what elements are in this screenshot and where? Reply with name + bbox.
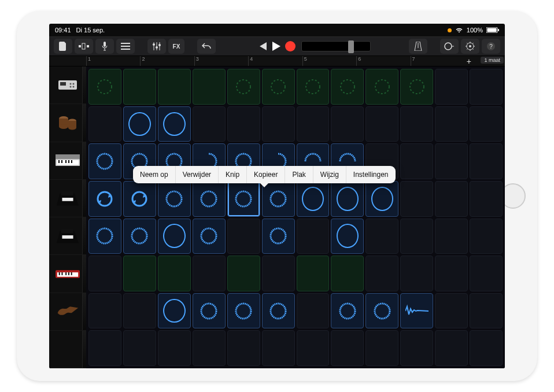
loop-cell-r7-c9[interactable] bbox=[400, 330, 433, 366]
loop-cell-r6-c9[interactable] bbox=[400, 293, 433, 329]
loop-cell-r4-c7[interactable] bbox=[331, 219, 364, 254]
loop-cell-r7-c2[interactable] bbox=[158, 330, 191, 366]
loop-cell-r5-c9[interactable] bbox=[400, 256, 433, 291]
loop-cell-r0-c10[interactable] bbox=[435, 69, 468, 105]
loop-cell-r4-c0[interactable] bbox=[88, 219, 121, 254]
loop-cell-r5-c6[interactable] bbox=[297, 256, 330, 291]
menu-item-neem-op[interactable]: Neem op bbox=[133, 166, 176, 183]
timeline-ruler[interactable]: + 1 maat 1234567 bbox=[49, 56, 505, 66]
loop-cell-r3-c8[interactable] bbox=[365, 181, 398, 217]
loop-cell-r7-c3[interactable] bbox=[193, 330, 226, 366]
loop-cell-r0-c4[interactable] bbox=[227, 69, 260, 105]
loop-cell-r6-c8[interactable] bbox=[365, 293, 398, 329]
add-column-button[interactable]: + bbox=[467, 57, 471, 66]
loop-cell-r5-c1[interactable] bbox=[123, 256, 156, 291]
menu-item-instellingen[interactable]: Instellingen bbox=[346, 166, 396, 183]
loop-cell-r7-c0[interactable] bbox=[88, 330, 121, 366]
loop-cell-r4-c5[interactable] bbox=[262, 219, 295, 254]
settings-button[interactable] bbox=[461, 39, 479, 54]
loop-cell-r7-c7[interactable] bbox=[331, 330, 364, 366]
loop-cell-r4-c10[interactable] bbox=[435, 219, 468, 254]
loop-cell-r3-c0[interactable] bbox=[88, 181, 121, 217]
loop-cell-r7-c8[interactable] bbox=[365, 330, 398, 366]
help-button[interactable]: ? bbox=[482, 39, 500, 54]
loop-cell-r1-c6[interactable] bbox=[297, 106, 330, 142]
browser-button[interactable] bbox=[75, 39, 93, 54]
loop-cell-r7-c4[interactable] bbox=[227, 330, 260, 366]
record-button[interactable] bbox=[285, 41, 296, 51]
loop-cell-r5-c4[interactable] bbox=[227, 256, 260, 291]
loop-cell-r6-c2[interactable] bbox=[158, 293, 191, 329]
menu-item-verwijder[interactable]: Verwijder bbox=[176, 166, 219, 183]
loop-cell-r6-c5[interactable] bbox=[262, 293, 295, 329]
loop-cell-r0-c11[interactable] bbox=[470, 69, 503, 105]
loop-cell-r6-c7[interactable] bbox=[331, 293, 364, 329]
loop-cell-r7-c1[interactable] bbox=[123, 330, 156, 366]
loop-cell-r6-c11[interactable] bbox=[470, 293, 503, 329]
loop-cell-r6-c10[interactable] bbox=[435, 293, 468, 329]
master-volume-slider[interactable] bbox=[301, 41, 371, 51]
zoom-button[interactable]: 1 maat bbox=[481, 57, 504, 64]
track-header-percussion[interactable] bbox=[49, 104, 86, 142]
loop-cell-r0-c2[interactable] bbox=[158, 69, 191, 105]
loop-cell-r4-c2[interactable] bbox=[158, 219, 191, 254]
mixer-button[interactable] bbox=[147, 39, 166, 54]
loop-cell-r3-c4[interactable] bbox=[227, 181, 260, 217]
play-button[interactable] bbox=[272, 42, 280, 51]
loop-cell-r0-c7[interactable] bbox=[331, 69, 364, 105]
loop-cell-r5-c5[interactable] bbox=[262, 256, 295, 291]
loop-cell-r3-c6[interactable] bbox=[297, 181, 330, 217]
loop-cell-r6-c1[interactable] bbox=[123, 293, 156, 329]
loop-cell-r4-c11[interactable] bbox=[470, 219, 503, 254]
loop-cell-r4-c6[interactable] bbox=[297, 219, 330, 254]
loop-cell-r3-c7[interactable] bbox=[331, 181, 364, 217]
loop-cell-r4-c9[interactable] bbox=[400, 219, 433, 254]
loop-cell-r3-c11[interactable] bbox=[470, 181, 503, 217]
loop-cell-r3-c1[interactable] bbox=[123, 181, 156, 217]
tracks-view-button[interactable] bbox=[116, 39, 135, 54]
loop-cell-r1-c2[interactable] bbox=[158, 106, 191, 142]
loop-cell-r0-c1[interactable] bbox=[123, 69, 156, 105]
menu-item-kopieer[interactable]: Kopieer bbox=[247, 166, 285, 183]
track-header-bass-guitar[interactable] bbox=[49, 293, 86, 331]
loop-cell-r7-c11[interactable] bbox=[470, 330, 503, 366]
loop-cell-r5-c0[interactable] bbox=[88, 256, 121, 291]
fx-button[interactable]: FX bbox=[168, 39, 184, 54]
loop-cell-r3-c3[interactable] bbox=[193, 181, 226, 217]
loop-cell-r6-c4[interactable] bbox=[227, 293, 260, 329]
loop-cell-r2-c10[interactable] bbox=[435, 143, 468, 179]
loop-cell-r0-c9[interactable] bbox=[400, 69, 433, 105]
menu-item-knip[interactable]: Knip bbox=[219, 166, 247, 183]
volume-knob[interactable] bbox=[348, 40, 354, 53]
loop-cell-r2-c11[interactable] bbox=[470, 143, 503, 179]
loop-cell-r3-c2[interactable] bbox=[158, 181, 191, 217]
undo-button[interactable] bbox=[197, 39, 216, 54]
menu-item-plak[interactable]: Plak bbox=[285, 166, 313, 183]
track-header-keyboard[interactable] bbox=[49, 255, 86, 293]
mic-button[interactable] bbox=[95, 39, 114, 54]
loop-cell-r2-c0[interactable] bbox=[88, 143, 121, 179]
loop-cell-r5-c3[interactable] bbox=[193, 256, 226, 291]
loop-cell-r0-c3[interactable] bbox=[193, 69, 226, 105]
loop-cell-r0-c6[interactable] bbox=[297, 69, 330, 105]
loop-cell-r3-c9[interactable] bbox=[400, 181, 433, 217]
mysongs-button[interactable] bbox=[54, 39, 72, 54]
loop-cell-r0-c5[interactable] bbox=[262, 69, 295, 105]
loop-cell-r1-c5[interactable] bbox=[262, 106, 295, 142]
loop-cell-r1-c1[interactable] bbox=[123, 106, 156, 142]
menu-item-wijzig[interactable]: Wijzig bbox=[313, 166, 346, 183]
loop-cell-r1-c7[interactable] bbox=[331, 106, 364, 142]
loop-cell-r4-c3[interactable] bbox=[193, 219, 226, 254]
rewind-button[interactable] bbox=[257, 42, 268, 50]
loop-cell-r5-c8[interactable] bbox=[365, 256, 398, 291]
loop-cell-r1-c8[interactable] bbox=[365, 106, 398, 142]
track-header-synth-ensemble[interactable] bbox=[49, 142, 86, 180]
track-header-piano-2[interactable] bbox=[49, 217, 86, 255]
loop-cell-r4-c4[interactable] bbox=[227, 219, 260, 254]
loop-button[interactable] bbox=[440, 39, 459, 54]
loop-cell-r4-c1[interactable] bbox=[123, 219, 156, 254]
loop-cell-r7-c10[interactable] bbox=[435, 330, 468, 366]
loop-cell-r1-c3[interactable] bbox=[193, 106, 226, 142]
loop-cell-r1-c9[interactable] bbox=[400, 106, 433, 142]
loop-cell-r7-c5[interactable] bbox=[262, 330, 295, 366]
